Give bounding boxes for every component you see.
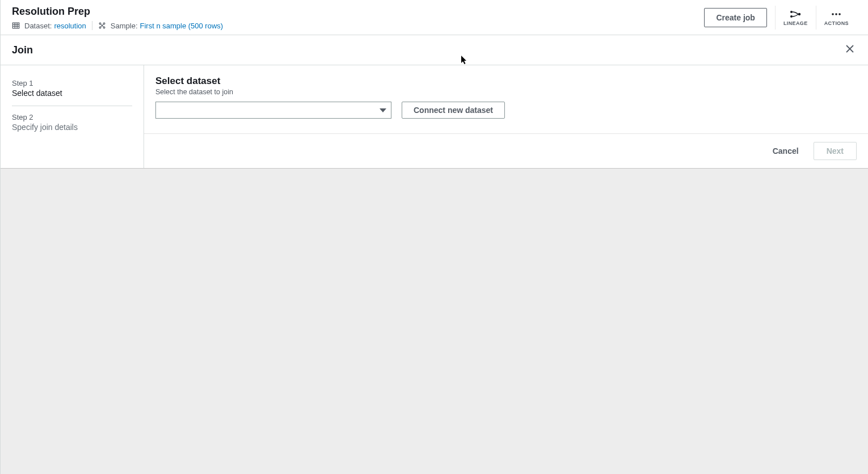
steps-sidebar: Step 1 Select dataset Step 2 Specify joi… — [1, 65, 144, 168]
chevron-down-icon — [380, 106, 386, 115]
dataset-select[interactable] — [155, 102, 391, 119]
sample-link[interactable]: First n sample (500 rows) — [140, 22, 224, 30]
svg-rect-0 — [12, 23, 19, 28]
svg-point-16 — [839, 13, 841, 15]
step-2-label: Step 2 — [12, 113, 132, 121]
step-2: Step 2 Specify join details — [12, 106, 132, 140]
svg-point-7 — [99, 27, 101, 28]
svg-point-13 — [798, 13, 800, 15]
connect-new-dataset-button[interactable]: Connect new dataset — [402, 102, 505, 119]
lineage-label: LINEAGE — [783, 20, 808, 26]
svg-point-12 — [790, 15, 793, 18]
step-1-label: Step 1 — [12, 79, 132, 87]
content-area: Select dataset Select the dataset to joi… — [144, 65, 868, 168]
dataset-label: Dataset: — [24, 22, 52, 30]
panel-head: Join — [1, 35, 868, 65]
cancel-button[interactable]: Cancel — [767, 143, 804, 159]
create-job-button[interactable]: Create job — [704, 8, 766, 27]
svg-point-15 — [836, 13, 838, 15]
close-button[interactable] — [843, 43, 857, 57]
panel-body: Step 1 Select dataset Step 2 Specify joi… — [1, 65, 868, 169]
next-button: Next — [814, 142, 857, 160]
svg-point-11 — [790, 11, 793, 13]
step-2-title: Specify join details — [12, 123, 132, 132]
svg-point-8 — [103, 27, 105, 28]
svg-point-6 — [103, 23, 105, 24]
footer-bar: Cancel Next — [144, 133, 868, 168]
dataset-icon — [12, 22, 20, 30]
svg-point-5 — [99, 23, 101, 24]
form-desc: Select the dataset to join — [155, 88, 857, 96]
step-1-title: Select dataset — [12, 89, 132, 98]
meta-row: Dataset: resolution Sample: First n — [12, 21, 223, 30]
panel-title: Join — [12, 44, 33, 56]
sample-label: Sample: — [111, 22, 138, 30]
meta-separator — [92, 21, 92, 30]
page-title: Resolution Prep — [12, 6, 223, 18]
topbar: Resolution Prep Dataset: resolution — [1, 0, 868, 35]
svg-marker-19 — [380, 108, 386, 112]
form-title: Select dataset — [155, 75, 857, 87]
actions-label: ACTIONS — [824, 20, 849, 26]
lineage-button[interactable]: LINEAGE — [775, 6, 816, 30]
svg-point-14 — [832, 13, 835, 15]
dataset-link[interactable]: resolution — [54, 22, 86, 30]
step-1[interactable]: Step 1 Select dataset — [12, 75, 132, 106]
sample-icon — [98, 22, 106, 30]
close-icon — [845, 44, 854, 56]
more-icon — [831, 9, 841, 19]
lineage-icon — [790, 9, 801, 19]
actions-button[interactable]: ACTIONS — [816, 6, 857, 30]
